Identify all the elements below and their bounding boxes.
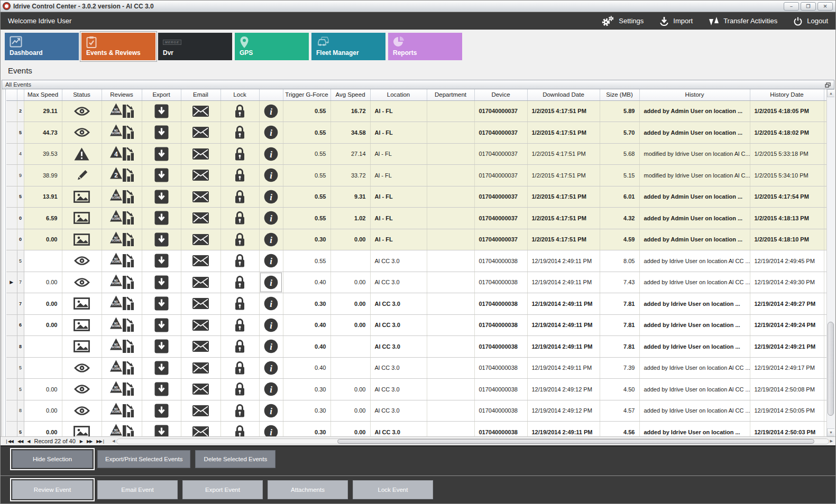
column-header-department[interactable]: Department	[427, 89, 474, 100]
column-header-history[interactable]: History	[639, 89, 750, 100]
column-header-max-speed[interactable]: Max Speed	[24, 89, 62, 100]
reviews-cell[interactable]: NOSCORE	[102, 186, 142, 208]
close-button[interactable]: ✕	[817, 2, 833, 11]
info-cell[interactable]: i	[259, 143, 283, 165]
scroll-down-icon[interactable]: ▼	[827, 428, 834, 436]
column-header-blank[interactable]	[6, 89, 17, 100]
reviews-cell[interactable]: NOSCORE	[102, 336, 142, 358]
email-cell[interactable]	[181, 293, 221, 315]
table-row[interactable]: 06.59 NOSCORE i0.551.02Al - FL0170400000…	[6, 208, 829, 229]
status-cell[interactable]	[62, 250, 102, 272]
email-cell[interactable]	[181, 143, 221, 165]
table-row[interactable]: 50.00 NOSCORE i0.300.00Al CC 3.001704000…	[6, 422, 829, 437]
lock-event-button[interactable]: Lock Event	[353, 480, 433, 499]
column-header-device[interactable]: Device	[474, 89, 527, 100]
prev-record-button[interactable]: ◀	[25, 439, 32, 444]
status-cell[interactable]	[62, 165, 102, 186]
status-cell[interactable]	[62, 186, 102, 208]
column-header-trigger-g-force[interactable]: Trigger G-Force	[283, 89, 330, 100]
status-cell[interactable]	[62, 422, 102, 437]
info-cell[interactable]: i	[259, 208, 283, 229]
email-cell[interactable]	[181, 336, 221, 358]
email-event-button[interactable]: Email Event	[97, 480, 178, 499]
column-header-lock[interactable]: Lock	[221, 89, 259, 100]
table-row[interactable]: 544.73 NOSCORE i0.5534.58Al - FL01704000…	[6, 122, 829, 144]
reviews-cell[interactable]: 2	[102, 165, 142, 186]
export-cell[interactable]	[142, 100, 181, 122]
table-row[interactable]: 938.99 2 i0.5533.72Al - FL0170400000371/…	[6, 165, 829, 186]
column-header-blank[interactable]	[17, 89, 24, 100]
reviews-cell[interactable]: 4	[102, 143, 142, 165]
column-header-status[interactable]: Status	[62, 89, 102, 100]
email-cell[interactable]	[181, 357, 221, 379]
reviews-cell[interactable]: NOSCORE	[102, 293, 142, 315]
export-cell[interactable]	[142, 250, 181, 272]
status-cell[interactable]	[62, 122, 102, 144]
first-record-button[interactable]: ❘◀◀	[3, 439, 15, 444]
status-cell[interactable]	[62, 336, 102, 358]
table-row[interactable]: 5 NOSCORE i0.40Al CC 3.001704000003812/1…	[6, 357, 829, 379]
info-cell[interactable]: i	[259, 165, 283, 186]
email-cell[interactable]	[181, 314, 221, 336]
horizontal-scroll-track[interactable]	[116, 438, 829, 444]
transfer-activities-menu-item[interactable]: Transfer Activities	[709, 16, 777, 26]
column-header-size-mb-[interactable]: Size (MB)	[600, 89, 639, 100]
email-cell[interactable]	[181, 208, 221, 229]
logout-menu-item[interactable]: Logout	[793, 16, 828, 26]
import-menu-item[interactable]: Import	[659, 16, 693, 26]
email-cell[interactable]	[181, 122, 221, 144]
column-header-history-date[interactable]: History Date	[750, 89, 824, 100]
lock-cell[interactable]	[221, 336, 259, 358]
tab-dvr[interactable]: MERGE Dvr	[158, 33, 232, 60]
prev-page-button[interactable]: ◀◀	[15, 439, 25, 444]
maximize-button[interactable]: ❐	[801, 2, 816, 11]
info-cell[interactable]: i	[259, 100, 283, 122]
lock-cell[interactable]	[221, 357, 259, 379]
tab-fleet-manager[interactable]: Fleet Manager	[311, 33, 385, 60]
horizontal-scrollbar[interactable]: ◀ ▶	[111, 438, 834, 445]
vertical-scrollbar[interactable]: ▲ ▼	[826, 89, 834, 436]
info-cell[interactable]: i	[259, 400, 283, 422]
status-cell[interactable]	[62, 379, 102, 400]
reviews-cell[interactable]: NOSCORE	[102, 422, 142, 437]
export-cell[interactable]	[142, 165, 181, 186]
column-header-email[interactable]: Email	[181, 89, 221, 100]
column-header-blank[interactable]	[259, 89, 283, 100]
export-cell[interactable]	[142, 272, 181, 293]
lock-cell[interactable]	[221, 100, 259, 122]
email-cell[interactable]	[181, 400, 221, 422]
lock-cell[interactable]	[221, 314, 259, 336]
export-cell[interactable]	[142, 208, 181, 229]
table-row[interactable]: 5 NOSCORE i0.55Al CC 3.001704000003812/1…	[6, 250, 829, 272]
lock-cell[interactable]	[221, 165, 259, 186]
reviews-cell[interactable]: NOSCORE	[102, 357, 142, 379]
minimize-button[interactable]: –	[784, 2, 799, 11]
export-cell[interactable]	[142, 143, 181, 165]
email-cell[interactable]	[181, 272, 221, 293]
lock-cell[interactable]	[221, 422, 259, 437]
email-cell[interactable]	[181, 422, 221, 437]
status-cell[interactable]	[62, 208, 102, 229]
lock-cell[interactable]	[221, 186, 259, 208]
export-cell[interactable]	[142, 186, 181, 208]
lock-cell[interactable]	[221, 229, 259, 250]
table-row[interactable]: 00.00 NOSCORE i0.300.00Al - FL0170400000…	[6, 229, 829, 250]
panel-restore-icon[interactable]	[825, 81, 831, 88]
reviews-cell[interactable]: NOSCORE	[102, 208, 142, 229]
status-cell[interactable]	[62, 272, 102, 293]
export-cell[interactable]	[142, 336, 181, 358]
info-cell[interactable]: i	[259, 422, 283, 437]
lock-cell[interactable]	[221, 208, 259, 229]
delete-selected-events-button[interactable]: Delete Selected Events	[195, 450, 275, 468]
column-header-reviews[interactable]: Reviews	[102, 89, 142, 100]
review-event-button[interactable]: Review Event	[12, 480, 93, 499]
table-row[interactable]: 60.00 NOSCORE i0.400.00Al CC 3.001704000…	[6, 314, 829, 336]
info-cell[interactable]: i	[259, 122, 283, 144]
reviews-cell[interactable]: NOSCORE	[102, 229, 142, 250]
export-cell[interactable]	[142, 400, 181, 422]
lock-cell[interactable]	[221, 250, 259, 272]
info-cell[interactable]: i	[259, 336, 283, 358]
export-cell[interactable]	[142, 314, 181, 336]
export-cell[interactable]	[142, 122, 181, 144]
hide-selection-button[interactable]: Hide Selection	[12, 450, 93, 468]
